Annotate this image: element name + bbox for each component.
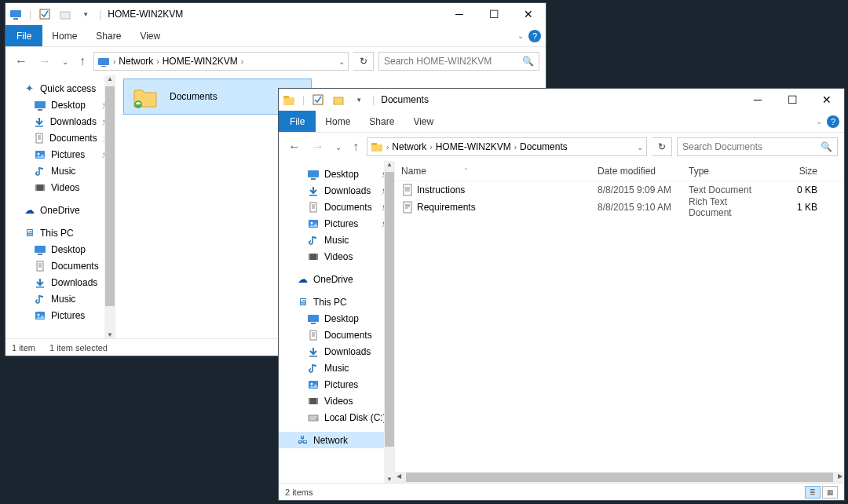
- minimize-button[interactable]: ─: [740, 89, 775, 111]
- scroll-left-icon[interactable]: ◀: [397, 473, 401, 480]
- chevron-right-icon[interactable]: ›: [429, 143, 432, 152]
- nav-item-local-disk-c-[interactable]: Local Disk (C:): [279, 409, 395, 425]
- col-date[interactable]: Date modified: [591, 166, 682, 177]
- nav-item-downloads[interactable]: Downloads📌: [279, 182, 395, 199]
- details-view-button[interactable]: ≣: [805, 486, 821, 499]
- scroll-up-icon[interactable]: ▲: [386, 161, 393, 168]
- titlebar[interactable]: | ▼ | HOME-WIN2KVM ─ ☐ ✕: [5, 3, 546, 25]
- nav-forward-button[interactable]: →: [309, 140, 327, 154]
- tab-home[interactable]: Home: [316, 111, 360, 132]
- address-bar[interactable]: › Network › HOME-WIN2KVM › Documents ⌄: [367, 137, 647, 156]
- scrollbar-track[interactable]: ▲ ▼: [104, 75, 115, 338]
- nav-item-videos[interactable]: Videos: [279, 248, 395, 265]
- nav-onedrive[interactable]: ☁ OneDrive: [5, 202, 115, 218]
- tab-view[interactable]: View: [404, 111, 443, 132]
- chevron-right-icon[interactable]: ›: [386, 143, 389, 152]
- tab-view[interactable]: View: [130, 25, 170, 46]
- nav-item-videos[interactable]: Videos: [279, 393, 395, 409]
- horizontal-scrollbar[interactable]: ◀ ▶: [395, 472, 844, 483]
- scrollbar-thumb[interactable]: [105, 86, 115, 306]
- nav-this-pc[interactable]: 🖥 This PC: [5, 225, 115, 241]
- scroll-up-icon[interactable]: ▲: [107, 75, 113, 82]
- chevron-right-icon[interactable]: ›: [514, 143, 517, 152]
- nav-item-documents[interactable]: Documents: [279, 327, 395, 343]
- nav-item-pictures[interactable]: Pictures: [5, 307, 115, 323]
- scrollbar-thumb[interactable]: [406, 473, 833, 482]
- refresh-button[interactable]: ↻: [353, 52, 374, 71]
- nav-item-music[interactable]: Music: [5, 163, 115, 179]
- nav-onedrive[interactable]: ☁ OneDrive: [279, 271, 395, 287]
- nav-item-documents[interactable]: Documents: [5, 257, 115, 274]
- nav-item-desktop[interactable]: Desktop: [5, 241, 115, 257]
- nav-item-videos[interactable]: Videos: [5, 179, 115, 195]
- scroll-down-icon[interactable]: ▼: [386, 476, 393, 483]
- search-box[interactable]: Search HOME-WIN2KVM 🔍: [378, 52, 539, 71]
- nav-up-button[interactable]: ↑: [349, 140, 362, 154]
- nav-item-downloads[interactable]: Downloads📌: [5, 113, 115, 130]
- qat-dropdown-icon[interactable]: ▼: [352, 93, 366, 107]
- nav-back-button[interactable]: ←: [12, 54, 31, 68]
- crumb-network[interactable]: Network: [392, 141, 426, 152]
- ribbon-expand-icon[interactable]: ⌄: [816, 117, 822, 126]
- nav-quick-access[interactable]: ✦ Quick access: [5, 80, 115, 97]
- help-icon[interactable]: ?: [528, 30, 541, 42]
- scrollbar-thumb[interactable]: [385, 172, 394, 447]
- nav-item-pictures[interactable]: Pictures: [279, 376, 395, 393]
- nav-item-desktop[interactable]: Desktop📌: [279, 166, 395, 182]
- nav-item-music[interactable]: Music: [5, 290, 115, 307]
- chevron-right-icon[interactable]: ›: [241, 57, 243, 66]
- chevron-right-icon[interactable]: ›: [156, 57, 159, 66]
- nav-item-documents[interactable]: Documents📌: [279, 199, 395, 215]
- nav-item-downloads[interactable]: Downloads: [279, 343, 395, 360]
- nav-forward-button[interactable]: →: [35, 54, 54, 68]
- chevron-right-icon[interactable]: ›: [113, 57, 115, 66]
- qat-properties-icon[interactable]: [38, 7, 52, 21]
- minimize-button[interactable]: ─: [442, 3, 477, 25]
- tab-share[interactable]: Share: [86, 25, 130, 46]
- maximize-button[interactable]: ☐: [775, 89, 810, 111]
- nav-item-downloads[interactable]: Downloads: [5, 274, 115, 290]
- col-name[interactable]: Name˄: [395, 166, 591, 177]
- nav-recent-dropdown[interactable]: ⌄: [332, 143, 345, 152]
- refresh-button[interactable]: ↻: [652, 137, 672, 156]
- nav-back-button[interactable]: ←: [285, 140, 304, 154]
- col-type[interactable]: Type: [682, 166, 775, 177]
- search-box[interactable]: Search Documents 🔍: [677, 137, 838, 156]
- nav-item-desktop[interactable]: Desktop📌: [5, 97, 115, 113]
- nav-recent-dropdown[interactable]: ⌄: [59, 57, 71, 66]
- nav-this-pc[interactable]: 🖥 This PC: [279, 294, 395, 310]
- addr-dropdown-icon[interactable]: ⌄: [338, 57, 345, 66]
- help-icon[interactable]: ?: [827, 115, 839, 128]
- titlebar[interactable]: | ▼ | Documents ─ ☐ ✕: [279, 89, 844, 111]
- close-button[interactable]: ✕: [511, 3, 546, 25]
- icons-view-button[interactable]: ▦: [822, 486, 838, 499]
- nav-item-pictures[interactable]: Pictures📌: [5, 146, 115, 163]
- qat-dropdown-icon[interactable]: ▼: [79, 7, 93, 21]
- crumb-host[interactable]: HOME-WIN2KVM: [436, 141, 511, 152]
- file-row[interactable]: Instructions8/8/2015 9:09 AMText Documen…: [395, 181, 844, 199]
- column-headers[interactable]: Name˄ Date modified Type Size: [395, 161, 844, 181]
- scrollbar-track[interactable]: ▲ ▼: [384, 161, 395, 483]
- crumb-host[interactable]: HOME-WIN2KVM: [163, 56, 238, 67]
- nav-item-desktop[interactable]: Desktop: [279, 310, 395, 327]
- ribbon-expand-icon[interactable]: ⌄: [517, 31, 524, 40]
- qat-newfolder-icon[interactable]: [58, 7, 72, 21]
- tab-home[interactable]: Home: [42, 25, 86, 46]
- nav-item-music[interactable]: Music: [279, 360, 395, 376]
- scroll-down-icon[interactable]: ▼: [107, 331, 113, 338]
- file-menu[interactable]: File: [279, 111, 316, 132]
- addr-dropdown-icon[interactable]: ⌄: [637, 143, 643, 152]
- file-menu[interactable]: File: [5, 25, 42, 46]
- crumb-documents[interactable]: Documents: [520, 141, 568, 152]
- nav-up-button[interactable]: ↑: [76, 54, 89, 68]
- nav-item-music[interactable]: Music: [279, 232, 395, 248]
- nav-item-pictures[interactable]: Pictures📌: [279, 215, 395, 232]
- tab-share[interactable]: Share: [360, 111, 404, 132]
- nav-item-documents[interactable]: Documents📌: [5, 130, 115, 146]
- address-bar[interactable]: › Network › HOME-WIN2KVM › ⌄: [93, 52, 349, 71]
- content-pane[interactable]: Name˄ Date modified Type Size Instructio…: [395, 161, 844, 483]
- maximize-button[interactable]: ☐: [477, 3, 511, 25]
- scroll-right-icon[interactable]: ▶: [838, 473, 843, 480]
- col-size[interactable]: Size: [775, 166, 824, 177]
- crumb-network[interactable]: Network: [119, 56, 153, 67]
